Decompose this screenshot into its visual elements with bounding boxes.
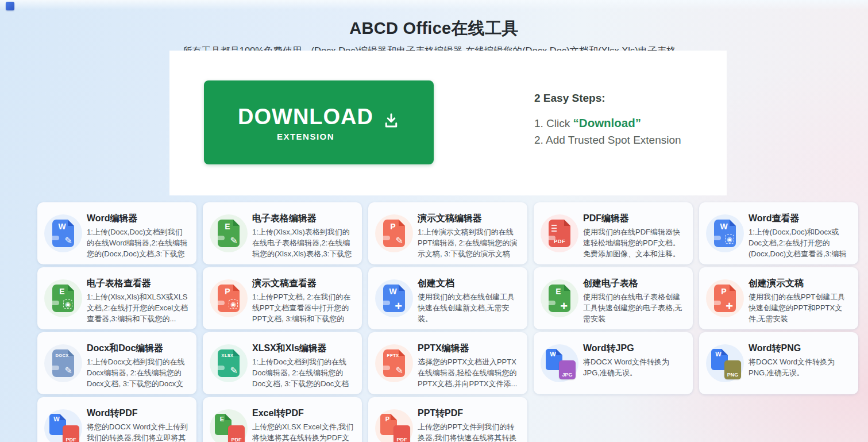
create-spreadsheet-icon: E + [541, 279, 578, 317]
pencil-icon: ✎ [396, 235, 403, 246]
document-shape: W + [383, 285, 405, 312]
tool-card-pdf-editor[interactable]: PDF PDF编辑器 使用我们的在线PDF编辑器快速轻松地编辑您的PDF文档。免… [534, 202, 693, 264]
tool-card-pptx-editor[interactable]: PPTX ✎ PPTX编辑器 选择您的PPTX文档进入PPTX在线编辑器,轻松在… [368, 332, 527, 394]
document-letter: PPTX [383, 353, 403, 358]
docx-doc-editor-icon: DOCX ✎ [44, 344, 82, 382]
step-1-download-highlight: “Download” [573, 116, 641, 129]
document-letter: E [215, 416, 229, 422]
tool-card-create-presentation[interactable]: P + 创建演示文稿 使用我们的在线PPT创建工具快速创建您的PPT和PPTX文… [699, 267, 858, 329]
ribbon-decoration [49, 236, 59, 240]
document-letter: E [549, 287, 568, 296]
tool-card-word-viewer[interactable]: W ◉ Word查看器 1:上传(Docx,Doc)和Docx或Doc文档,2:… [699, 202, 858, 264]
download-extension-panel: DOWNLOAD EXTENSION 2 Easy Steps: 1. Clic… [169, 51, 727, 195]
tool-card-excel-to-pdf[interactable]: E PDF Excel转PDF 上传您的XLSX Excel文件,我们将快速将其… [203, 397, 362, 442]
tool-card-desc: 上传您的PPT文件到我们的转换器,我们将快速在线将其转换为 [418, 422, 519, 442]
presentation-viewer-icon: P ◉ [210, 279, 248, 317]
tool-card-presentation-editor[interactable]: P ✎ 演示文稿编辑器 1:上传演示文稿到我们的在线PPT编辑器, 2:在线编辑… [368, 202, 527, 264]
tool-card-word-to-jpg[interactable]: W JPG Word转JPG 将DOCX Word文件转换为JPG,准确无误。 [534, 332, 693, 394]
tool-card-spreadsheet-editor[interactable]: E ✎ 电子表格编辑器 1:上传(Xlsx,Xls)表格到我们的在线电子表格编辑… [203, 202, 362, 264]
ribbon-decoration [711, 236, 721, 240]
format-badge: PDF [63, 425, 79, 442]
pencil-icon: ✎ [230, 235, 238, 246]
document-letter: P [380, 416, 395, 422]
tool-card-ppt-to-pdf[interactable]: P PDF PPT转PDF 上传您的PPT文件到我们的转换器,我们将快速在线将其… [368, 397, 527, 442]
pptx-editor-icon: PPTX ✎ [375, 344, 413, 382]
tool-card-text: PDF编辑器 使用我们的在线PDF编辑器快速轻松地编辑您的PDF文档。免费添加图… [583, 208, 685, 260]
ppt-to-pdf-icon: P PDF [375, 409, 413, 442]
presentation-editor-icon: P ✎ [375, 214, 413, 252]
tool-card-title: Excel转PDF [252, 408, 354, 420]
tool-card-text: Excel转PDF 上传您的XLSX Excel文件,我们将快速将其在线转换为P… [252, 403, 354, 442]
download-button[interactable]: DOWNLOAD EXTENSION [204, 80, 434, 164]
document-letter: P [714, 287, 734, 296]
document-letter: P [383, 222, 403, 231]
plus-icon: + [726, 300, 733, 313]
document-letter: E [218, 222, 237, 231]
document-shape: W ✎ [52, 220, 74, 247]
tool-card-create-document[interactable]: W + 创建文档 使用我们的文档在线创建工具快速在线创建新文档,无需安装。 [368, 267, 527, 329]
tool-card-create-spreadsheet[interactable]: E + 创建电子表格 使用我们的在线电子表格创建工具快速创建您的电子表格,无需安… [534, 267, 693, 329]
document-letter: DOCX [52, 353, 72, 358]
create-document-icon: W + [375, 279, 413, 317]
word-to-jpg-icon: W JPG [541, 344, 578, 382]
document-letter: W [546, 351, 560, 358]
tool-card-presentation-viewer[interactable]: P ◉ 演示文稿查看器 1:上传PPT文档, 2:在我们的在线PPT文档查看器中… [203, 267, 362, 329]
tool-card-text: 创建演示文稿 使用我们的在线PPT创建工具快速创建您的PPT和PPTX文件,无需… [749, 273, 850, 325]
document-letter: W [49, 416, 64, 422]
tool-card-spreadsheet-viewer[interactable]: E ◉ 电子表格查看器 1:上传(Xlsx,Xls)和XLSX或XLS文档,2:… [37, 267, 196, 329]
blue-app-icon [6, 2, 14, 10]
tool-card-title: 演示文稿编辑器 [418, 213, 519, 225]
tool-card-docx-doc-editor[interactable]: DOCX ✎ Docx和Doc编辑器 1:上传Docx文档到我们的在线Docx编… [37, 332, 196, 394]
tool-card-desc: 1:上传(Xlsx,Xls)表格到我们的在线电子表格编辑器,2:在线编辑您的(X… [252, 227, 354, 260]
pencil-icon: ✎ [65, 365, 72, 376]
document-shape: P ◉ [218, 285, 240, 312]
tool-card-desc: 将您的DOCX Word文件上传到我们的转换器,我们将立即将其在 [87, 422, 188, 442]
download-button-label: DOWNLOAD [238, 106, 373, 128]
page-title: ABCD Office在线工具 [0, 0, 868, 40]
step-1: 1. Click “Download” [534, 116, 681, 130]
tool-card-title: Word转PDF [87, 408, 188, 420]
tool-card-desc: 使用我们的在线PPT创建工具快速创建您的PPT和PPTX文件,无需安装 [749, 292, 850, 325]
tool-card-title: 创建演示文稿 [749, 278, 850, 290]
document-shape: E ✎ [218, 220, 240, 247]
tool-card-word-editor[interactable]: W ✎ Word编辑器 1:上传(Docx,Doc)文档到我们的在线Word编辑… [37, 202, 196, 264]
document-shape: XLSX ✎ [218, 349, 240, 377]
tool-card-text: Docx和Doc编辑器 1:上传Docx文档到我们的在线Docx编辑器, 2:在… [87, 338, 188, 390]
document-shape: PDF [549, 220, 570, 247]
pencil-icon: ✎ [396, 365, 403, 376]
tool-card-word-to-pdf[interactable]: W PDF Word转PDF 将您的DOCX Word文件上传到我们的转换器,我… [37, 397, 196, 442]
tool-card-desc: 1:上传PPT文档, 2:在我们的在线PPT文档查看器中打开您的PPT文档, 3… [252, 292, 354, 325]
word-to-png-icon: W PNG [706, 344, 744, 382]
folded-corner [564, 220, 570, 226]
tool-card-title: Word转JPG [583, 343, 685, 355]
ribbon-decoration [214, 366, 225, 370]
plus-icon: + [395, 300, 402, 313]
eye-icon: ◉ [63, 299, 72, 309]
pdf-editor-icon: PDF [541, 214, 578, 252]
tool-card-text: Word查看器 1:上传(Docx,Doc)和Docx或Doc文档,2:在线打开… [749, 208, 850, 260]
tool-card-desc: 将DOCX Word文件转换为PNG,准确无误。 [749, 357, 850, 379]
document-shape: W ◉ [714, 220, 736, 247]
tool-card-title: 电子表格编辑器 [252, 213, 354, 225]
tool-card-title: Word转PNG [749, 343, 850, 355]
tool-card-desc: 使用我们的在线电子表格创建工具快速创建您的电子表格,无需安装 [583, 292, 685, 325]
tool-card-text: Word转JPG 将DOCX Word文件转换为JPG,准确无误。 [583, 338, 685, 390]
document-shape: P + [714, 285, 736, 312]
word-viewer-icon: W ◉ [706, 214, 744, 252]
tool-card-xlsx-xls-editor[interactable]: XLSX ✎ XLSX和Xls编辑器 1:上传Doc文档到我们的在线Doc编辑器… [203, 332, 362, 394]
tool-card-title: 电子表格查看器 [87, 278, 188, 290]
xlsx-xls-editor-icon: XLSX ✎ [210, 344, 248, 382]
document-letter: P [218, 287, 237, 296]
download-button-row: DOWNLOAD [238, 104, 400, 129]
document-letter: W [714, 222, 734, 231]
tool-card-desc: 使用我们的在线PDF编辑器快速轻松地编辑您的PDF文档。免费添加图像、文本和注释… [583, 227, 685, 260]
document-letter: E [52, 287, 72, 296]
tool-card-text: 电子表格编辑器 1:上传(Xlsx,Xls)表格到我们的在线电子表格编辑器,2:… [252, 208, 354, 260]
tool-card-title: Word编辑器 [87, 213, 188, 225]
ribbon-decoration [214, 301, 225, 305]
tool-card-text: 演示文稿编辑器 1:上传演示文稿到我们的在线PPT编辑器, 2:在线编辑您的演示… [418, 208, 519, 260]
tool-card-text: 电子表格查看器 1:上传(Xlsx,Xls)和XLSX或XLS文档,2:在线打开… [87, 273, 188, 325]
tool-card-word-to-png[interactable]: W PNG Word转PNG 将DOCX Word文件转换为PNG,准确无误。 [699, 332, 858, 394]
ribbon-decoration [49, 366, 59, 370]
document-shape: E + [549, 285, 570, 312]
